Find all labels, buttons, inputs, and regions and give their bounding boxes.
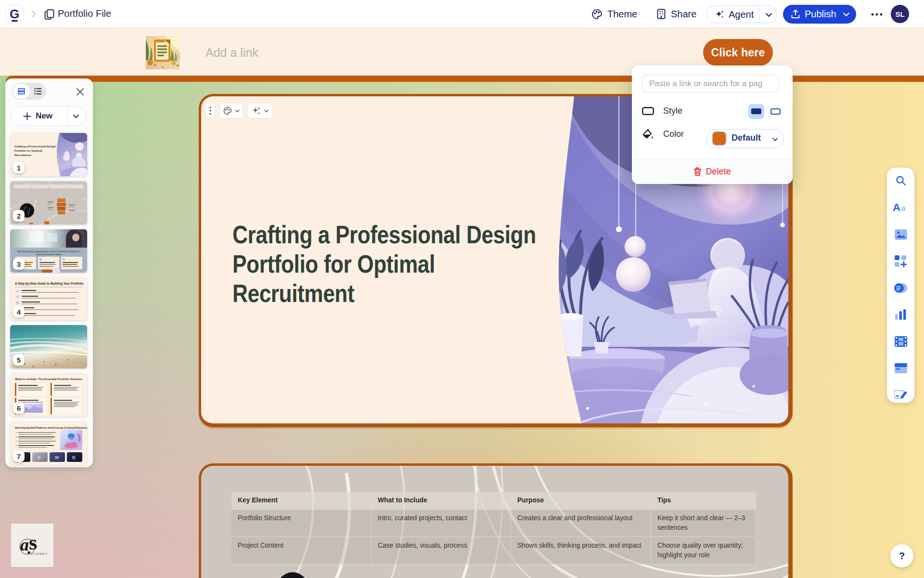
svg-text:A: A xyxy=(893,202,900,213)
svg-text:ATHOBBIX: ATHOBBIX xyxy=(31,553,48,555)
svg-text:a: a xyxy=(20,535,29,554)
svg-text:a: a xyxy=(901,204,906,213)
svg-text:G: G xyxy=(10,8,19,21)
svg-text:s: s xyxy=(29,531,37,554)
